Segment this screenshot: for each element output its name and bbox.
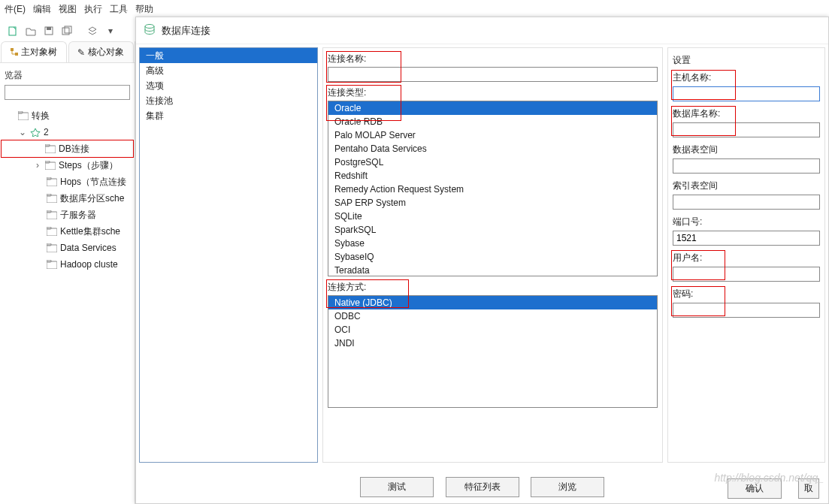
layers-icon[interactable] (84, 23, 101, 39)
menu-view[interactable]: 视图 (59, 3, 77, 16)
chevron-down-icon[interactable]: ⌄ (18, 127, 27, 137)
db-type-option[interactable]: PostgreSQL (328, 155, 657, 169)
menu-help[interactable]: 帮助 (135, 3, 153, 16)
cat-options[interactable]: 选项 (140, 78, 317, 93)
tree-item-label: Data Services (60, 243, 116, 253)
conn-method-list[interactable]: Native (JDBC)ODBCOCIJNDI (328, 295, 658, 408)
tree-hadoop[interactable]: Hadoop cluste (2, 256, 133, 273)
tree-partition[interactable]: 数据库分区sche (2, 190, 133, 207)
host-input[interactable] (673, 86, 820, 101)
save-icon[interactable] (41, 23, 57, 39)
db-type-option[interactable]: SQLite (328, 210, 657, 223)
index-ts-input[interactable] (673, 195, 820, 210)
save-as-icon[interactable] (59, 23, 75, 39)
database-icon (144, 23, 156, 38)
port-input[interactable] (673, 231, 820, 246)
tab-core-objects[interactable]: ✎ 核心对象 (68, 41, 135, 62)
svg-rect-6 (15, 53, 18, 56)
cat-cluster[interactable]: 集群 (140, 108, 317, 123)
tree-item-label: 数据库分区sche (60, 192, 124, 205)
tree-item-2[interactable]: ⌄ 2 (2, 124, 133, 140)
data-ts-label: 数据表空间 (673, 143, 820, 156)
ok-cancel-buttons: 确认 取 (723, 478, 824, 499)
conn-method-option[interactable]: JNDI (328, 337, 657, 350)
new-file-icon[interactable] (5, 23, 21, 39)
db-type-option[interactable]: Oracle RDB (328, 115, 657, 128)
tree-steps[interactable]: › Steps（步骤） (2, 157, 133, 174)
tab-main-label: 主对象树 (21, 46, 57, 59)
user-input[interactable] (673, 267, 820, 282)
ok-button[interactable]: 确认 (728, 478, 782, 499)
svg-rect-3 (62, 28, 69, 35)
tree-transform[interactable]: 转换 (2, 107, 133, 124)
tab-main-tree[interactable]: 主对象树 (1, 41, 67, 62)
tree-subserver[interactable]: 子服务器 (2, 207, 133, 223)
browse-button[interactable]: 浏览 (531, 477, 604, 497)
browser-label: 览器 (0, 63, 135, 83)
tree-hops[interactable]: Hops（节点连接 (2, 174, 133, 190)
chevron-right-icon[interactable]: › (33, 160, 42, 171)
menu-file[interactable]: 件(E) (5, 3, 26, 16)
db-type-option[interactable]: Oracle (328, 101, 657, 115)
port-group: 端口号: (673, 216, 820, 246)
folder-icon (47, 177, 57, 186)
db-type-option[interactable]: SybaseIQ (328, 250, 657, 264)
data-tablespace-group: 数据表空间 (673, 143, 820, 174)
tab-core-label: 核心对象 (88, 46, 124, 59)
dialog-title-text: 数据库连接 (162, 24, 210, 38)
dbname-label: 数据库名称: (673, 107, 820, 120)
index-tablespace-group: 索引表空间 (673, 180, 820, 210)
chevron-down-icon[interactable]: ▾ (102, 23, 119, 39)
cat-pool[interactable]: 连接池 (140, 93, 317, 108)
conn-type-group: 连接类型: OracleOracle RDBPalo MOLAP ServerP… (328, 86, 658, 276)
tree-item-label: DB连接 (59, 143, 89, 155)
db-type-option[interactable]: SparkSQL (328, 223, 657, 237)
category-list[interactable]: 一般 高级 选项 连接池 集群 (139, 47, 318, 463)
menu-edit[interactable]: 编辑 (33, 3, 51, 16)
dialog-body: 一般 高级 选项 连接池 集群 连接名称: 连接类型: OracleOracle… (136, 44, 828, 466)
tree-item-label: Steps（步骤） (59, 159, 118, 172)
tree-kettle-cluster[interactable]: Kettle集群sche (2, 223, 133, 240)
db-type-option[interactable]: Sybase (328, 237, 657, 250)
browser-search (5, 85, 130, 100)
settings-header: 设置 (673, 54, 820, 67)
db-type-option[interactable]: Redshift (328, 169, 657, 183)
cat-advanced[interactable]: 高级 (140, 63, 317, 78)
search-input[interactable] (5, 85, 130, 100)
conn-method-option[interactable]: OCI (328, 323, 657, 337)
conn-type-list[interactable]: OracleOracle RDBPalo MOLAP ServerPentaho… (328, 101, 658, 276)
conn-method-option[interactable]: ODBC (328, 309, 657, 323)
features-button[interactable]: 特征列表 (446, 477, 519, 497)
open-folder-icon[interactable] (23, 23, 39, 39)
menu-run[interactable]: 执行 (84, 3, 102, 16)
conn-type-label: 连接类型: (328, 86, 658, 99)
svg-rect-4 (65, 26, 71, 33)
menu-tools[interactable]: 工具 (110, 3, 128, 16)
settings-column: 设置 主机名称: 数据库名称: 数据表空间 索引表空间 端口号: (667, 47, 825, 463)
test-button[interactable]: 测试 (360, 477, 434, 497)
db-type-option[interactable]: Teradata (328, 264, 657, 276)
tree-data-services[interactable]: Data Services (2, 240, 133, 256)
tree-item-label: Hadoop cluste (60, 259, 118, 270)
data-ts-input[interactable] (673, 158, 820, 174)
cat-general[interactable]: 一般 (140, 48, 317, 63)
dbname-input[interactable] (673, 122, 820, 137)
pwd-input[interactable] (673, 303, 820, 318)
svg-rect-2 (47, 27, 51, 30)
conn-name-group: 连接名称: (328, 53, 658, 82)
conn-method-option[interactable]: Native (JDBC) (328, 296, 657, 309)
center-column: 连接名称: 连接类型: OracleOracle RDBPalo MOLAP S… (322, 47, 663, 463)
cancel-button[interactable]: 取 (798, 478, 819, 499)
db-type-option[interactable]: SAP ERP System (328, 196, 657, 210)
folder-icon (18, 111, 29, 120)
folder-icon (45, 161, 56, 170)
conn-name-input[interactable] (328, 67, 658, 82)
tree-db-connection[interactable]: DB连接 (2, 140, 133, 157)
side-tabs: 主对象树 ✎ 核心对象 (0, 41, 135, 63)
db-type-option[interactable]: Remedy Action Request System (328, 183, 657, 196)
svg-point-25 (145, 25, 154, 29)
db-type-option[interactable]: Pentaho Data Services (328, 142, 657, 155)
user-group: 用户名: (673, 252, 820, 282)
folder-icon (47, 194, 57, 203)
db-type-option[interactable]: Palo MOLAP Server (328, 128, 657, 142)
